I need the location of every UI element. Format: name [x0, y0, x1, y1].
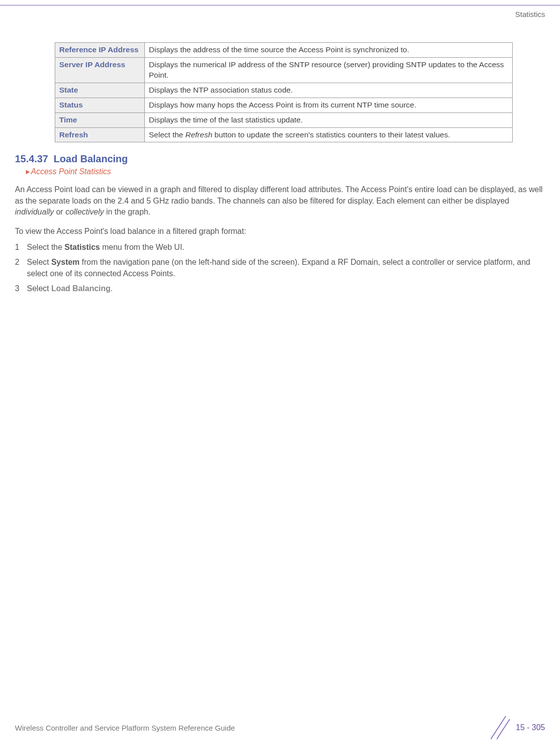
intro-em2: collectively — [65, 208, 104, 216]
table-row: Reference IP AddressDisplays the address… — [55, 43, 513, 58]
step-text: Select the Statistics menu from the Web … — [27, 242, 545, 253]
top-rule — [0, 5, 560, 5]
footer: Wireless Controller and Service Platform… — [15, 715, 545, 740]
breadcrumb-arrow-icon: ▸ — [26, 167, 30, 176]
term-cell: State — [55, 83, 145, 98]
table-row: TimeDisplays the time of the last statis… — [55, 112, 513, 127]
desc-cell: Select the Refresh button to update the … — [145, 127, 513, 142]
step-number: 2 — [15, 257, 27, 279]
table-row: RefreshSelect the Refresh button to upda… — [55, 127, 513, 142]
step: 1Select the Statistics menu from the Web… — [15, 242, 545, 253]
breadcrumb-text: Access Point Statistics — [31, 167, 111, 176]
step: 2Select System from the navigation pane … — [15, 257, 545, 279]
header-section-label: Statistics — [515, 10, 545, 18]
intro-post: in the graph. — [104, 208, 150, 216]
step: 3Select Load Balancing. — [15, 283, 545, 294]
term-cell: Refresh — [55, 127, 145, 142]
term-cell: Server IP Address — [55, 57, 145, 83]
table-row: StateDisplays the NTP association status… — [55, 83, 513, 98]
term-cell: Status — [55, 98, 145, 112]
table-row: StatusDisplays how many hops the Access … — [55, 98, 513, 112]
desc-cell: Displays the address of the time source … — [145, 43, 513, 58]
breadcrumb: ▸Access Point Statistics — [26, 167, 545, 176]
svg-line-0 — [491, 716, 506, 739]
step-number: 3 — [15, 283, 27, 294]
term-cell: Reference IP Address — [55, 43, 145, 58]
steps-list: 1Select the Statistics menu from the Web… — [15, 242, 545, 295]
step-text: Select System from the navigation pane (… — [27, 257, 545, 279]
desc-cell: Displays the NTP association status code… — [145, 83, 513, 98]
lead-paragraph: To view the Access Point's load balance … — [15, 226, 545, 237]
intro-mid: or — [54, 208, 65, 216]
definitions-table: Reference IP AddressDisplays the address… — [55, 42, 513, 142]
svg-line-1 — [497, 719, 510, 739]
section-number: 15.4.37 — [15, 153, 48, 164]
section-heading: 15.4.37 Load Balancing — [15, 153, 545, 165]
section-title: Load Balancing — [54, 153, 128, 164]
step-number: 1 — [15, 242, 27, 253]
step-text: Select Load Balancing. — [27, 283, 545, 294]
desc-cell: Displays the time of the last statistics… — [145, 112, 513, 127]
footer-page-number: 15 - 305 — [516, 723, 545, 732]
desc-cell: Displays how many hops the Access Point … — [145, 98, 513, 112]
footer-slash-icon — [486, 715, 511, 740]
term-cell: Time — [55, 112, 145, 127]
footer-doc-title: Wireless Controller and Service Platform… — [15, 724, 235, 732]
intro-em1: individually — [15, 208, 54, 216]
table-row: Server IP AddressDisplays the numerical … — [55, 57, 513, 83]
intro-paragraph: An Access Point load can be viewed in a … — [15, 184, 545, 217]
intro-text: An Access Point load can be viewed in a … — [15, 185, 543, 205]
desc-cell: Displays the numerical IP address of the… — [145, 57, 513, 83]
